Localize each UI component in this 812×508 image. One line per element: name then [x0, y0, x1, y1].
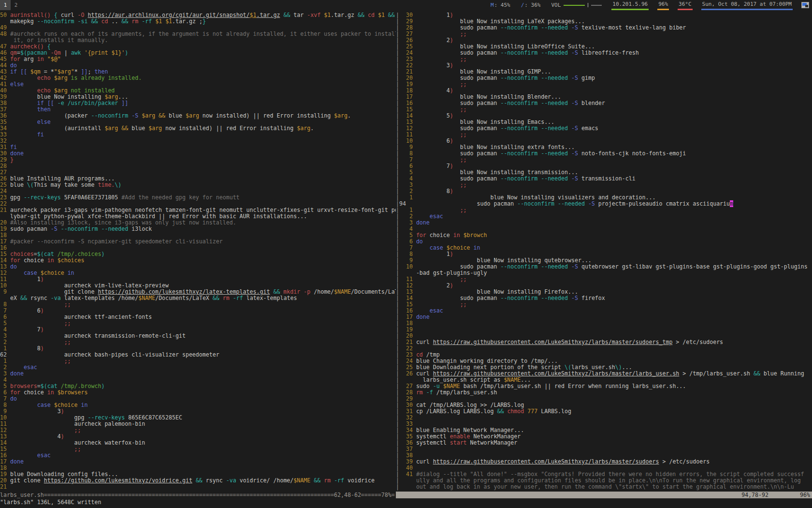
workspace-button-2[interactable]: 2: [11, 0, 21, 10]
code-line: 25 blue \(This may take some time.\): [0, 182, 396, 188]
code-line: 3 done: [0, 371, 396, 377]
code-token: [416, 30, 460, 37]
line-number: 21: [399, 68, 416, 75]
code-token: |: [61, 49, 71, 56]
code-token: [375, 12, 378, 18]
code-token: 8: [416, 188, 450, 194]
volume-slider-handle[interactable]: [588, 3, 588, 7]
line-number: [0, 213, 10, 220]
code-token: -u: [433, 383, 440, 389]
line-number: 36: [0, 112, 10, 119]
line-number: 33: [399, 420, 416, 427]
line-number: 38: [0, 100, 10, 106]
code-token: in: [81, 402, 88, 408]
code-token: /tmp/.choices: [58, 251, 102, 257]
code-token: ): [450, 112, 453, 119]
line-number: 40: [0, 87, 10, 94]
vim-left-pane-larbs-user-sh[interactable]: 50 aurinstall() { curl -O https://aur.ar…: [0, 12, 396, 492]
code-token: do: [10, 62, 17, 69]
code-line: 33 fi: [0, 132, 396, 138]
code-line: | 16 esac: [396, 308, 812, 314]
code-token: 7: [10, 326, 41, 333]
line-number: 12: [399, 282, 416, 289]
code-token: ;;: [460, 30, 467, 37]
code-token: echo: [37, 87, 51, 94]
code-token: .: [348, 112, 351, 119]
window-separator: |: [396, 370, 399, 377]
line-number: 34: [0, 125, 10, 132]
code-token: blender: [578, 100, 605, 106]
line-number: 2: [399, 188, 416, 194]
volume-slider-filled[interactable]: [564, 5, 585, 6]
line-number: 39: [0, 93, 10, 100]
code-token: -S: [571, 49, 578, 56]
statusline-inactive-larbs-user-sh[interactable]: larbs_user.sh===========================…: [0, 492, 396, 498]
code-token: it, or installs it manually.: [10, 37, 108, 44]
code-token: [416, 301, 460, 308]
line-number: 15: [0, 446, 10, 452]
window-separator: |: [396, 452, 399, 459]
window-separator: |: [396, 75, 399, 81]
code-line: | 39 curl https://raw.githubusercontent.…: [396, 459, 812, 465]
line-number: 22: [399, 345, 416, 352]
code-token: [78, 402, 81, 408]
code-line: | 2 esac: [396, 213, 812, 220]
code-token: &&: [754, 370, 760, 377]
code-token: blue Now installing Blender...: [416, 93, 561, 100]
window-separator: |: [396, 244, 399, 251]
line-number: 10: [399, 137, 416, 144]
code-token: voidrice/ /home/: [236, 477, 294, 484]
code-line: 6 for choice in $browsers: [0, 389, 396, 396]
code-token: --noconfirm: [500, 49, 537, 56]
code-token: blue Downloading next portion of the scr…: [416, 364, 565, 371]
code-line: 38 if [[ -e /usr/bin/packer ]]: [0, 100, 396, 106]
statusline-active-larbs-sh[interactable]: larbs.sh 94,78-92 96%: [396, 492, 812, 498]
line-number: 6: [0, 389, 10, 396]
window-separator: |: [396, 477, 399, 484]
code-token: LARBS.log: [537, 408, 571, 415]
code-token: done: [416, 219, 430, 226]
code-token: [10, 402, 37, 408]
code-line: 42 echo $arg is already installed.: [0, 75, 396, 81]
code-line: 17 #packer --noconfirm -S ncpamixer-git …: [0, 239, 396, 245]
window-separator: |: [396, 106, 399, 113]
code-token: in: [453, 232, 460, 239]
code-token: $1: [155, 18, 162, 25]
code-token: --needed: [541, 100, 568, 106]
code-token: -S: [571, 75, 578, 81]
window-separator: |: [396, 439, 399, 446]
code-token: blue: [165, 112, 186, 119]
line-number: 7: [0, 395, 10, 402]
line-number: 6: [0, 314, 10, 320]
vim-command-line[interactable]: "larbs.sh" 136L, 5648C written: [0, 499, 812, 506]
vim-right-pane-larbs-sh[interactable]: | 30 1)| 29 blue Now installing LaTeX pa…: [396, 12, 812, 492]
line-number: 12: [399, 125, 416, 132]
code-token: ully and all the programs and configurat…: [416, 477, 801, 484]
code-token: ): [450, 188, 453, 194]
code-token: --needed: [541, 49, 568, 56]
memory-value: : 45%: [494, 1, 510, 10]
monitor-icon[interactable]: [801, 2, 809, 8]
code-token: $1: [378, 12, 385, 18]
volume-block[interactable]: VOL: [550, 0, 603, 10]
code-token: enable: [450, 433, 470, 440]
code-token: [385, 12, 388, 18]
line-number: 27: [399, 30, 416, 37]
code-token: sudo pacman: [416, 295, 501, 301]
code-token: ): [61, 408, 64, 415]
code-token: &&: [91, 18, 98, 25]
window-separator: |: [396, 43, 399, 50]
line-number: 35: [399, 433, 416, 440]
line-number: 26: [399, 370, 416, 377]
code-token: /tmp/.browch: [61, 383, 102, 389]
volume-slider-empty[interactable]: [591, 5, 602, 6]
line-number: 4: [0, 326, 10, 333]
line-number: 45: [0, 56, 10, 62]
workspace-button-1[interactable]: 1: [0, 0, 11, 10]
disk-icon: /: [521, 1, 524, 10]
code-token: ;;: [64, 301, 71, 308]
code-token: /Documents/LaT: [351, 288, 396, 295]
code-line: 34 (aurinstall $arg && blue $arg now ins…: [0, 125, 396, 132]
code-token: $choices: [58, 257, 85, 264]
code-token: $(: [20, 49, 27, 56]
